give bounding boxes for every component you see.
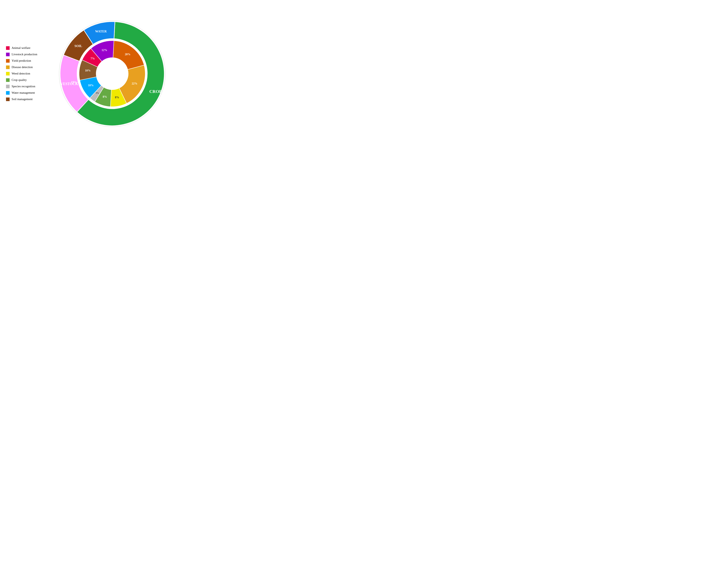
svg-text:22%: 22% [132,82,137,85]
legend-swatch [6,98,9,101]
legend-label: Species recognition [12,85,35,88]
legend-item: Animal welfare [6,46,48,50]
legend-label: Animal welfare [12,46,31,50]
legend-item: Species recognition [6,85,48,88]
legend-label: Weed detection [12,72,30,75]
chart-legend: Animal welfare Livestock production Yiel… [4,46,48,101]
legend-swatch [6,46,9,50]
svg-text:CROP: CROP [149,89,162,94]
legend-item: Water management [6,91,48,95]
svg-text:8%: 8% [103,95,107,98]
svg-text:3%: 3% [96,92,99,94]
legend-label: Crop quality [12,78,27,82]
legend-item: Crop quality [6,78,48,82]
legend-label: Soil management [12,98,33,101]
legend-swatch [6,85,9,88]
svg-text:10%: 10% [88,84,94,87]
main-container: Animal welfare Livestock production Yiel… [4,4,176,143]
svg-text:SOIL: SOIL [75,44,82,47]
legend-item: Weed detection [6,72,48,76]
svg-text:7%: 7% [91,57,95,60]
legend-swatch [6,65,9,69]
svg-text:8%: 8% [115,96,119,99]
svg-point-13 [96,58,128,90]
legend-item: Soil management [6,98,48,101]
legend-item: Yield prediction [6,59,48,63]
legend-swatch [6,78,9,82]
svg-text:10%: 10% [85,69,91,72]
legend-label: Yield prediction [12,59,31,62]
svg-text:12%: 12% [102,49,107,51]
legend-swatch [6,91,9,95]
svg-text:20%: 20% [125,53,131,56]
legend-label: Livestock production [12,52,37,56]
svg-text:WATER: WATER [95,29,107,33]
legend-label: Disease detection [12,65,33,69]
legend-swatch [6,72,9,76]
legend-swatch [6,52,9,56]
svg-text:19%: 19% [71,81,77,84]
chart-area: CROPLIVESTOCKSOILWATER20%22%8%8%3%10%10%… [48,16,176,132]
legend-label: Water management [12,91,35,94]
legend-swatch [6,59,9,63]
legend-item: Livestock production [6,52,48,56]
legend-item: Disease detection [6,65,48,69]
